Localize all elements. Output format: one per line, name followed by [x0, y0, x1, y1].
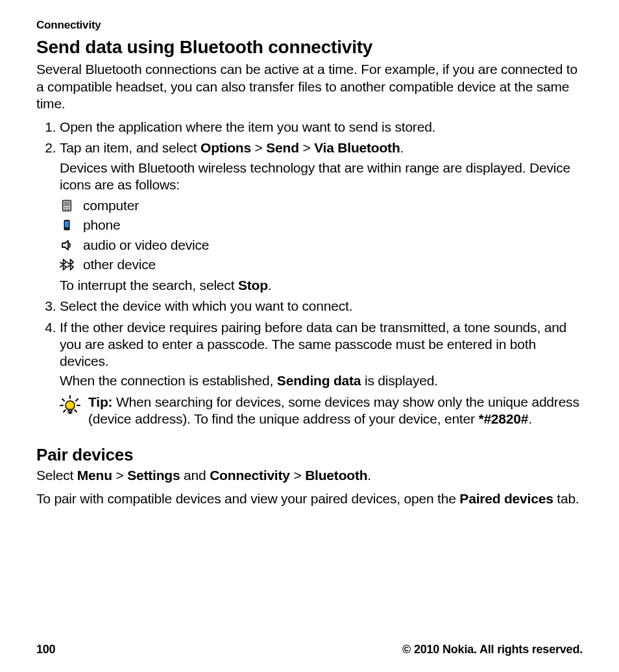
step-3: Select the device with which you want to…	[60, 298, 583, 315]
tip-text: Tip: When searching for devices, some de…	[88, 394, 583, 428]
device-icon-audio-row: audio or video device	[60, 237, 583, 254]
nav-post: .	[367, 468, 371, 483]
tip-label: Tip:	[88, 394, 112, 409]
step-2-sep2: >	[299, 140, 314, 155]
nav-settings: Settings	[127, 468, 180, 483]
nav-connectivity: Connectivity	[210, 468, 290, 483]
svg-line-11	[76, 399, 78, 401]
step-4-after-bold: Sending data	[277, 373, 361, 388]
para-post: tab.	[553, 491, 579, 506]
tip-code: *#2820#	[478, 411, 528, 426]
steps-list: Open the application where the item you …	[36, 119, 583, 427]
step-4-after-post: is displayed.	[361, 373, 438, 388]
nav-pre: Select	[36, 468, 77, 483]
step-2-interrupt: To interrupt the search, select Stop.	[60, 277, 583, 294]
svg-rect-17	[68, 409, 72, 413]
step-4-after: When the connection is established, Send…	[60, 372, 583, 389]
device-icon-phone-label: phone	[83, 217, 120, 234]
section2-para: To pair with compatible devices and view…	[36, 490, 583, 507]
step-1: Open the application where the item you …	[60, 119, 583, 136]
device-icon-other-row: other device	[60, 256, 583, 273]
section1-intro: Several Bluetooth connections can be act…	[36, 61, 583, 112]
tip-post: .	[528, 411, 532, 426]
device-icon-phone-row: phone	[60, 217, 583, 234]
device-icon-computer-label: computer	[83, 197, 139, 214]
svg-line-10	[62, 399, 64, 401]
svg-rect-7	[65, 221, 69, 228]
device-icon-audio-label: audio or video device	[83, 237, 209, 254]
svg-line-15	[75, 410, 77, 412]
step-2-interrupt-post: .	[268, 278, 272, 293]
computer-icon	[60, 198, 74, 213]
device-icon-computer-row: computer	[60, 197, 583, 214]
svg-rect-3	[64, 210, 66, 210]
svg-rect-5	[67, 210, 69, 210]
section1-title: Send data using Bluetooth connectivity	[36, 36, 583, 58]
page-number: 100	[36, 642, 55, 657]
device-icon-other-label: other device	[83, 256, 156, 273]
step-2-interrupt-pre: To interrupt the search, select	[60, 278, 238, 293]
step-2-tail: .	[400, 140, 404, 155]
step-2-options: Options	[200, 140, 251, 155]
lightbulb-icon	[60, 395, 80, 416]
nav-sep1: >	[112, 468, 127, 483]
step-2-interrupt-stop: Stop	[238, 278, 268, 293]
step-4: If the other device requires pairing bef…	[60, 319, 583, 428]
step-2-send: Send	[266, 140, 299, 155]
device-icon-list: computer phone	[60, 197, 583, 273]
step-1-text: Open the application where the item you …	[60, 119, 435, 134]
para-bold: Paired devices	[459, 491, 553, 506]
svg-rect-4	[67, 208, 69, 208]
svg-point-16	[66, 401, 75, 410]
para-pre: To pair with compatible devices and view…	[36, 491, 459, 506]
step-4-after-pre: When the connection is established,	[60, 373, 277, 388]
step-2: Tap an item, and select Options > Send >…	[60, 139, 583, 294]
step-3-text: Select the device with which you want to…	[60, 298, 352, 313]
nav-menu: Menu	[77, 468, 112, 483]
svg-point-8	[66, 228, 67, 230]
step-2-via-bluetooth: Via Bluetooth	[314, 140, 400, 155]
svg-line-14	[64, 410, 66, 412]
nav-mid: and	[180, 468, 210, 483]
section-label: Connectivity	[36, 18, 583, 32]
phone-icon	[60, 218, 74, 232]
tip-block: Tip: When searching for devices, some de…	[60, 394, 583, 428]
nav-sep2: >	[290, 468, 305, 483]
step-2-lead: Tap an item, and select	[60, 140, 200, 155]
step-2-sep1: >	[251, 140, 266, 155]
page-footer: 100 © 2010 Nokia. All rights reserved.	[36, 642, 583, 657]
svg-rect-2	[64, 208, 66, 208]
manual-page: Connectivity Send data using Bluetooth c…	[0, 0, 619, 672]
bluetooth-icon	[60, 258, 74, 272]
step-2-after: Devices with Bluetooth wireless technolo…	[60, 160, 583, 194]
section2-title: Pair devices	[36, 444, 583, 466]
svg-rect-18	[69, 413, 71, 414]
copyright: © 2010 Nokia. All rights reserved.	[402, 642, 583, 657]
step-4-text: If the other device requires pairing bef…	[60, 320, 566, 369]
speaker-icon	[60, 238, 74, 252]
section2-nav: Select Menu > Settings and Connectivity …	[36, 467, 583, 484]
nav-bluetooth: Bluetooth	[305, 468, 367, 483]
svg-rect-1	[64, 202, 70, 206]
